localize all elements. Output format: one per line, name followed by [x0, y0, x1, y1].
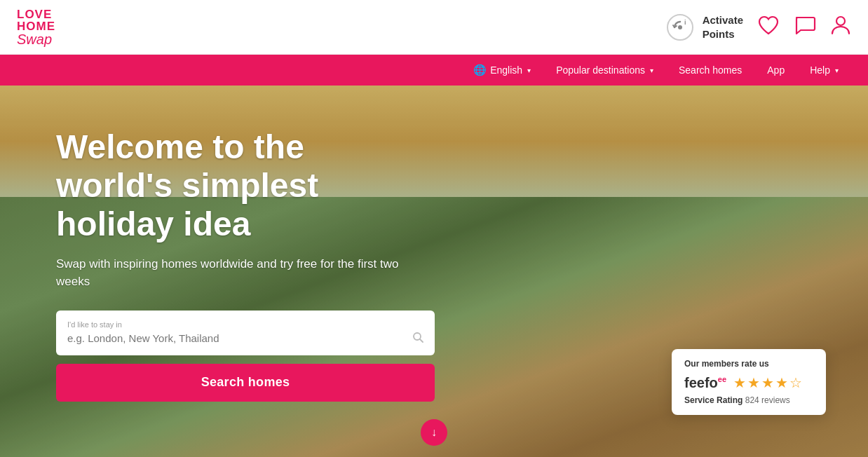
nav-language[interactable]: 🌐 English ▾ — [461, 55, 543, 86]
activate-points-text: Activate Points — [703, 13, 743, 41]
arrow-down-icon: ↓ — [431, 426, 437, 439]
logo[interactable]: LOVE HOME Swap — [17, 8, 55, 46]
svg-point-3 — [836, 17, 845, 25]
nav-app[interactable]: App — [754, 55, 797, 86]
svg-text:i: i — [684, 19, 686, 26]
nav-help-label: Help — [810, 64, 830, 76]
star-5-half: ☆ — [789, 374, 802, 391]
feefo-logo: feefoee — [684, 375, 726, 391]
hero-section: Welcome to the world's simplest holiday … — [0, 86, 868, 457]
star-2: ★ — [747, 374, 760, 391]
rating-sub: Service Rating 824 reviews — [684, 395, 813, 405]
logo-home: HOME — [17, 20, 55, 32]
activate-points-button[interactable]: i Activate Points — [665, 12, 743, 43]
search-icon — [412, 332, 423, 346]
star-4: ★ — [775, 374, 788, 391]
star-rating: ★ ★ ★ ★ ☆ — [733, 374, 802, 391]
logo-love: LOVE — [17, 8, 55, 20]
activate-points-icon: i — [665, 12, 696, 43]
chevron-down-icon: ▾ — [650, 67, 653, 74]
star-1: ★ — [733, 374, 746, 391]
nav-app-label: App — [767, 64, 785, 76]
star-3: ★ — [761, 374, 774, 391]
members-rate-text: Our members rate us — [684, 359, 813, 369]
search-box: I'd like to stay in — [56, 311, 435, 355]
search-input-row — [67, 332, 423, 346]
search-label: I'd like to stay in — [67, 320, 423, 329]
favorites-button[interactable] — [757, 15, 780, 40]
nav-bar: 🌐 English ▾ Popular destinations ▾ Searc… — [0, 55, 868, 86]
nav-popular-destinations-label: Popular destinations — [556, 64, 645, 76]
chevron-down-icon: ▾ — [527, 67, 531, 74]
nav-popular-destinations[interactable]: Popular destinations ▾ — [543, 55, 666, 86]
feefo-row: feefoee ★ ★ ★ ★ ☆ — [684, 374, 813, 391]
hero-title: Welcome to the world's simplest holiday … — [56, 128, 407, 244]
profile-button[interactable] — [830, 14, 851, 41]
messages-button[interactable] — [794, 15, 816, 40]
hero-subtitle: Swap with inspiring homes worldwide and … — [56, 255, 407, 291]
svg-point-1 — [678, 25, 682, 29]
rating-box: Our members rate us feefoee ★ ★ ★ ★ ☆ Se… — [672, 349, 826, 415]
nav-help[interactable]: Help ▾ — [797, 55, 851, 86]
top-header-right: i Activate Points — [665, 12, 851, 43]
nav-search-homes[interactable]: Search homes — [666, 55, 754, 86]
search-input[interactable] — [67, 332, 407, 344]
chevron-down-icon: ▾ — [835, 67, 839, 74]
svg-line-5 — [420, 339, 423, 342]
nav-search-homes-label: Search homes — [679, 64, 742, 76]
globe-icon: 🌐 — [473, 64, 487, 76]
scroll-down-button[interactable]: ↓ — [421, 419, 447, 446]
search-homes-button[interactable]: Search homes — [56, 364, 435, 402]
hero-content: Welcome to the world's simplest holiday … — [0, 86, 463, 444]
logo-swap: Swap — [17, 32, 55, 46]
nav-language-label: English — [490, 64, 522, 76]
top-header: LOVE HOME Swap i Activate Points — [0, 0, 868, 55]
